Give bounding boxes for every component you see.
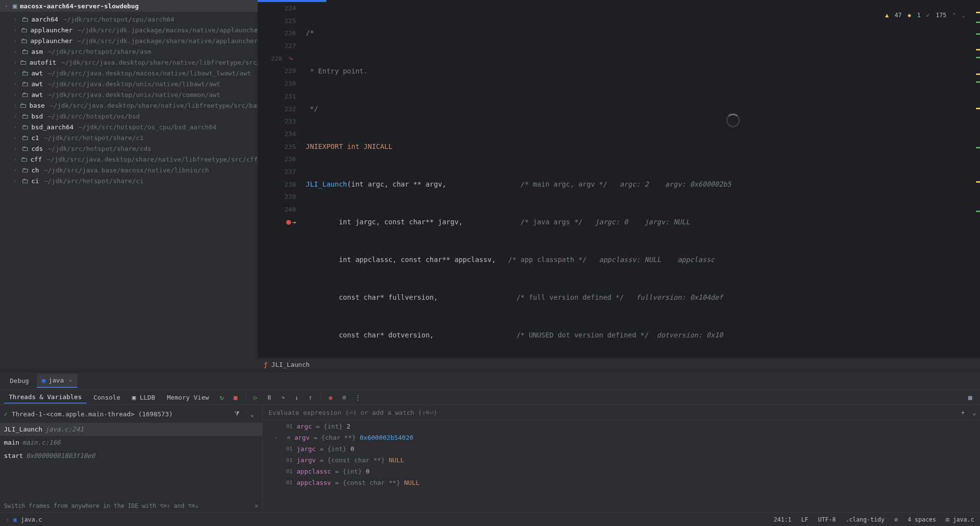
close-icon[interactable]: × [255,502,258,509]
tree-folder[interactable]: ›🗀bsd_aarch64~/jdk/src/hotspot/os_cpu/bs… [0,121,258,132]
run-gutter-icon[interactable]: ⤷ [286,52,296,65]
nav-back-icon[interactable]: › [6,516,9,523]
variable-row[interactable]: 01jargv= {const char **}NULL [263,454,980,466]
chevron-right-icon: › [14,114,19,119]
resume-icon[interactable]: ▷ [250,391,262,403]
tree-folder[interactable]: ›🗀autofit~/jdk/src/java.desktop/share/na… [0,57,258,68]
breadcrumb[interactable]: ƒ JLI_Launch [258,358,980,371]
add-watch-icon[interactable]: + [957,407,969,419]
folder-path: ~/jdk/src/hotspot/share/cds [48,145,151,152]
folder-icon: 🗀 [22,48,28,55]
variable-name: jargc [296,445,316,453]
tree-folder[interactable]: ›🗀awt~/jdk/src/java.desktop/unix/native/… [0,78,258,89]
folder-path: ~/jdk/src/hotspot/share/ci [44,177,144,185]
status-file[interactable]: java.c [21,516,42,523]
tab-console[interactable]: Console [89,392,125,403]
chevron-right-icon: › [14,157,18,162]
stack-frame[interactable]: start0x00000001803f10e0 [0,449,262,462]
status-bar: › ▣ java.c 241:1 LF UTF-8 .clang-tidy ⊘ … [0,512,980,526]
tree-root-header[interactable]: ▾ ▣ macosx-aarch64-server-slowdebug [0,0,258,12]
caret-position[interactable]: 241:1 [774,516,791,523]
tree-folder[interactable]: ›🗀ch~/jdk/src/java.base/macosx/native/li… [0,165,258,175]
folder-path: ~/jdk/src/jdk.jpackage/share/native/appl… [77,37,258,45]
variable-type-icon: 01 [286,468,293,475]
step-into-icon[interactable]: ↓ [291,391,303,403]
folder-name: aarch64 [31,16,58,23]
variable-value: 0x600002b54020 [360,434,414,441]
variable-type: = {char **} [314,434,356,441]
step-out-icon[interactable]: ↑ [305,391,317,403]
function-icon: ƒ [264,361,268,368]
tree-folder[interactable]: ›🗀cff~/jdk/src/java.desktop/share/native… [0,154,258,165]
folder-icon: 🗀 [21,26,27,34]
stop-icon[interactable]: ■ [230,391,242,403]
layout-settings-icon[interactable]: ▦ [964,391,976,403]
indent[interactable]: 4 spaces [907,516,936,523]
context-label[interactable]: ⊡ java.c [946,516,974,523]
tree-folder[interactable]: ›🗀bsd~/jdk/src/hotspot/os/bsd [0,111,258,121]
readonly-toggle-icon[interactable]: ⊘ [894,516,898,523]
terminal-icon: ▣ [132,394,136,401]
tree-folder[interactable]: ›🗀ci~/jdk/src/hotspot/share/ci [0,175,258,186]
folder-path: ~/jdk/src/jdk.jpackage/macosx/native/app… [77,26,258,34]
tab-memory-view[interactable]: Memory View [162,392,214,403]
folder-path: ~/jdk/src/hotspot/share/c1 [44,134,144,142]
file-encoding[interactable]: UTF-8 [818,516,836,523]
breakpoint-execution-icon[interactable]: → [286,216,296,229]
folder-icon: 🗀 [22,134,28,142]
stack-frame[interactable]: mainmain.c:166 [0,436,262,449]
tree-folder[interactable]: ›🗀c1~/jdk/src/hotspot/share/c1 [0,132,258,143]
analyzer[interactable]: .clang-tidy [846,516,884,523]
tree-folder[interactable]: ›🗀cds~/jdk/src/hotspot/share/cds [0,143,258,154]
thread-selector[interactable]: ✓ Thread-1-<com.apple.main-thread> (1698… [0,405,262,423]
tree-folder[interactable]: ›🗀applauncher~/jdk/src/jdk.jpackage/shar… [0,35,258,46]
tree-folder[interactable]: ›🗀aarch64~/jdk/src/hotspot/cpu/aarch64 [0,14,258,24]
variable-name: argc [296,423,312,430]
chevron-right-icon: › [14,124,19,130]
stack-frame[interactable]: JLI_Launchjava.c:241 [0,423,262,436]
chevron-right-icon[interactable]: › [274,435,279,440]
chevron-right-icon: › [14,81,19,87]
view-breakpoints-icon[interactable]: ◉ [325,391,337,403]
folder-name: autofit [29,59,56,66]
tree-folder[interactable]: ›🗀asm~/jdk/src/hotspot/share/asm [0,46,258,57]
tree-folder[interactable]: ›🗀base~/jdk/src/java.desktop/share/nativ… [0,100,258,111]
evaluate-expression-input[interactable] [263,405,957,420]
tab-lldb[interactable]: ▣ LLDB [127,392,160,403]
tree-folder[interactable]: ›🗀awt~/jdk/src/java.desktop/unix/native/… [0,89,258,100]
breadcrumb-function: JLI_Launch [271,361,310,368]
code-area[interactable]: /* * Entry point. */ JNIEXPORT int JNICA… [302,2,980,358]
variable-type-icon: 01 [286,457,293,463]
variable-row[interactable]: 01argc= {int}2 [263,421,980,432]
variable-value: 0 [366,468,370,475]
folder-path: ~/jdk/src/java.desktop/share/native/libf… [47,156,258,163]
variable-name: jargv [296,456,316,464]
variable-row[interactable]: 01appclassv= {const char **}NULL [263,477,980,488]
line-separator[interactable]: LF [801,516,808,523]
tree-folder[interactable]: ›🗀applauncher~/jdk/src/jdk.jpackage/maco… [0,24,258,35]
rerun-icon[interactable]: ↻ [216,391,228,403]
variable-row[interactable]: 01jargc= {int}0 [263,443,980,454]
pause-icon[interactable]: ⏸ [264,391,275,403]
folder-name: ch [31,167,39,174]
error-stripe[interactable] [974,10,980,225]
inspection-widget[interactable]: ▲ 47 ◆ 1 ✓ 175 ⌃ ⌄ [885,12,965,19]
more-icon[interactable]: ⋮ [352,391,364,403]
mute-breakpoints-icon[interactable]: ⊘ [339,391,350,403]
variable-row[interactable]: 01appclassc= {int}0 [263,466,980,477]
chevron-right-icon: › [14,17,19,22]
close-icon[interactable]: × [69,377,73,384]
variable-row[interactable]: ›≡argv= {char **}0x600002b54020 [263,432,980,443]
next-highlight-icon[interactable]: ⌄ [962,12,965,19]
frame-location: main.c:166 [22,439,60,446]
prev-highlight-icon[interactable]: ⌃ [953,12,956,19]
folder-icon: 🗀 [22,177,28,185]
gutter[interactable]: 224 225 226 227 228 ⤷ 229 230 231 232 23… [258,2,302,358]
expand-icon[interactable]: ⌄ [969,407,980,419]
tab-threads-variables[interactable]: Threads & Variables [4,391,87,404]
chevron-down-icon[interactable]: ⌄ [246,408,258,420]
debug-session-tab[interactable]: ▣ java × [37,374,77,388]
step-over-icon[interactable]: ↷ [277,391,289,403]
tree-folder[interactable]: ›🗀awt~/jdk/src/java.desktop/macosx/nativ… [0,68,258,78]
filter-icon[interactable]: ⧩ [231,408,243,420]
